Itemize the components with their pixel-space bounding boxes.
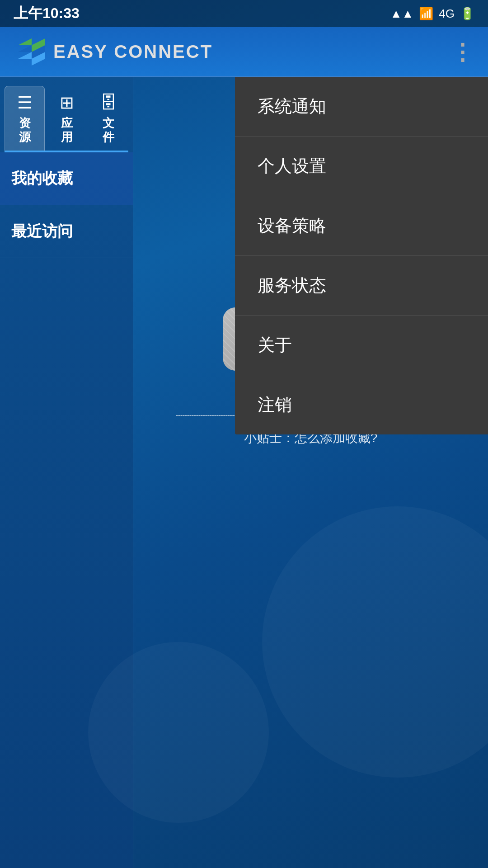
menu-item-system-notify[interactable]: 系统通知	[235, 77, 488, 137]
status-icons: ▲▲ 📶 4G 🔋	[390, 7, 474, 21]
status-time: 上午10:33	[14, 4, 80, 24]
menu-item-device-policy-label: 设备策略	[258, 216, 326, 235]
app-logo-icon	[14, 36, 45, 68]
svg-marker-2	[18, 52, 45, 66]
network-icon: 📶	[419, 7, 433, 21]
more-options-button[interactable]: ⋮	[451, 41, 474, 63]
menu-item-service-status[interactable]: 服务状态	[235, 256, 488, 316]
menu-item-logout[interactable]: 注销	[235, 375, 488, 434]
menu-item-logout-label: 注销	[258, 395, 292, 414]
dropdown-overlay: 系统通知 个人设置 设备策略 服务状态 关于 注销	[0, 77, 488, 868]
app-title: EASY CONNECT	[53, 42, 213, 62]
status-bar: 上午10:33 ▲▲ 📶 4G 🔋	[0, 0, 488, 27]
menu-item-service-status-label: 服务状态	[258, 276, 326, 295]
app-logo: EASY CONNECT	[14, 36, 213, 68]
menu-item-device-policy[interactable]: 设备策略	[235, 196, 488, 256]
signal-icon: ▲▲	[390, 7, 413, 21]
menu-item-personal-settings[interactable]: 个人设置	[235, 137, 488, 196]
app-header: EASY CONNECT ⋮	[0, 27, 488, 77]
battery-icon: 🔋	[460, 7, 474, 21]
dropdown-menu: 系统通知 个人设置 设备策略 服务状态 关于 注销	[235, 77, 488, 434]
main-content: ☰ 资 源 ⊞ 应 用 🗄 文 件 我的收藏 最近访问 编辑	[0, 77, 488, 868]
menu-item-about-label: 关于	[258, 335, 292, 354]
network-type: 4G	[439, 7, 455, 21]
menu-item-about[interactable]: 关于	[235, 316, 488, 375]
menu-item-personal-settings-label: 个人设置	[258, 156, 326, 175]
menu-item-system-notify-label: 系统通知	[258, 97, 326, 116]
